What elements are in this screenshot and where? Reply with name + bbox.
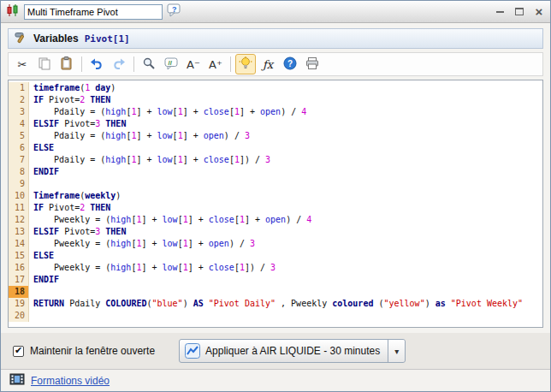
toolbar-separator <box>81 56 82 72</box>
tools-icon <box>14 31 27 47</box>
line-number: 6 <box>9 142 29 154</box>
code-line[interactable]: 3 Pdaily = (high[1] + low[1] + close[1] … <box>9 106 542 118</box>
line-number: 10 <box>9 190 29 202</box>
video-trainings-link[interactable]: Formations vidéo <box>31 375 110 387</box>
undo-arrow-icon <box>90 56 104 73</box>
line-number: 4 <box>9 118 29 130</box>
code-text: ELSE <box>29 250 54 262</box>
code-line[interactable]: 20 <box>9 310 542 322</box>
font-larger-icon: A⁺ <box>209 59 222 70</box>
lightbulb-icon <box>239 56 252 73</box>
code-text: IF Pivot=2 THEN <box>29 94 110 106</box>
minimize-button[interactable] <box>494 6 506 18</box>
code-text: Pdaily = (high[1] + low[1] + close[1] + … <box>29 106 306 118</box>
undo-button[interactable] <box>86 54 107 74</box>
line-number: 12 <box>9 214 29 226</box>
keep-window-open-checkbox[interactable]: ✔ <box>13 346 24 357</box>
line-number: 3 <box>9 106 29 118</box>
comment-bubble-icon: // <box>164 56 178 73</box>
apply-dropdown-button[interactable]: ▾ <box>388 340 405 362</box>
film-icon <box>9 373 25 389</box>
cut-button[interactable]: ✂ <box>12 54 33 74</box>
code-line[interactable]: 19RETURN Pdaily COLOURED("blue") AS "Piv… <box>9 298 542 310</box>
code-line[interactable]: 15ELSE <box>9 250 542 262</box>
chart-icon <box>180 343 205 359</box>
toolbar-separator <box>230 56 231 72</box>
code-line[interactable]: 2IF Pivot=2 THEN <box>9 94 542 106</box>
close-button[interactable]: × <box>533 6 545 18</box>
window-title-input[interactable] <box>24 4 163 20</box>
checkmark-icon: ✔ <box>15 346 22 355</box>
paste-button[interactable] <box>56 54 77 74</box>
line-number: 16 <box>9 262 29 274</box>
print-button[interactable] <box>302 54 323 74</box>
keep-window-open-label: Maintenir la fenêtre ouverte <box>30 345 155 357</box>
decrease-font-button[interactable]: A⁻ <box>183 54 204 74</box>
line-number: 7 <box>9 154 29 166</box>
syntax-hints-button[interactable] <box>235 54 256 74</box>
code-text: Pdaily = (high[1] + low[1] + close[1]) /… <box>29 154 270 166</box>
variables-bar: Variables Pivot[1] <box>8 28 543 49</box>
code-line[interactable]: 14 Pweekly = (high[1] + low[1] + open) /… <box>9 238 542 250</box>
code-text: ENDIF <box>29 166 59 178</box>
maximize-button[interactable] <box>513 6 525 18</box>
code-line[interactable]: 17ENDIF <box>9 274 542 286</box>
variables-label: Variables <box>33 33 79 45</box>
redo-button[interactable] <box>109 54 129 74</box>
font-smaller-icon: A⁻ <box>187 59 200 70</box>
code-text: Pweekly = (high[1] + low[1] + close[1] +… <box>29 214 311 226</box>
code-line[interactable]: 6ELSE <box>9 142 542 154</box>
apply-button-label: Appliquer à AIR LIQUIDE - 30 minutes <box>205 345 388 357</box>
line-number: 13 <box>9 226 29 238</box>
code-line[interactable]: 7 Pdaily = (high[1] + low[1] + close[1])… <box>9 154 542 166</box>
code-text: Timeframe(weekly) <box>29 190 121 202</box>
scissors-icon: ✂ <box>18 59 27 70</box>
code-line[interactable]: 13ELSIF Pivot=3 THEN <box>9 226 542 238</box>
application-window: ? × Variables Pivot[1] ✂ <box>0 0 551 392</box>
line-number: 14 <box>9 238 29 250</box>
line-number: 11 <box>9 202 29 214</box>
code-text: ELSIF Pivot=3 THEN <box>29 226 126 238</box>
code-line[interactable]: 8ENDIF <box>9 166 542 178</box>
svg-text:?: ? <box>172 4 177 13</box>
search-button[interactable] <box>139 54 159 74</box>
apply-button[interactable]: Appliquer à AIR LIQUIDE - 30 minutes ▾ <box>179 339 406 363</box>
line-number: 9 <box>9 178 29 190</box>
code-editor[interactable]: 1timeframe(1 day)2IF Pivot=2 THEN3 Pdail… <box>8 80 543 328</box>
help-button[interactable]: ? <box>280 54 300 74</box>
code-line[interactable]: 5 Pdaily = (high[1] + low[1] + open) / 3 <box>9 130 542 142</box>
code-line[interactable]: 18 <box>9 286 542 298</box>
line-number: 19 <box>9 298 29 310</box>
code-line[interactable]: 10Timeframe(weekly) <box>9 190 542 202</box>
code-text <box>29 310 33 322</box>
code-lines: 1timeframe(1 day)2IF Pivot=2 THEN3 Pdail… <box>9 82 542 322</box>
comment-button[interactable]: // <box>161 54 181 74</box>
code-line[interactable]: 12 Pweekly = (high[1] + low[1] + close[1… <box>9 214 542 226</box>
printer-icon <box>305 56 319 73</box>
line-number: 8 <box>9 166 29 178</box>
line-number: 20 <box>9 310 29 322</box>
code-text: ENDIF <box>29 274 59 286</box>
code-line[interactable]: 9 <box>9 178 542 190</box>
code-line[interactable]: 4ELSIF Pivot=3 THEN <box>9 118 542 130</box>
variables-value: Pivot[1] <box>85 33 130 45</box>
code-line[interactable]: 1timeframe(1 day) <box>9 82 542 94</box>
redo-arrow-icon <box>112 56 126 73</box>
titlebar: ? × <box>1 1 550 23</box>
fx-icon: ƒx <box>263 58 273 71</box>
keep-window-open-row[interactable]: ✔ Maintenir la fenêtre ouverte <box>13 345 155 357</box>
editor-toolbar: ✂ <box>8 52 543 76</box>
code-line[interactable]: 16 Pweekly = (high[1] + low[1] + close[1… <box>9 262 542 274</box>
toolbar-separator <box>133 56 134 72</box>
svg-text://: // <box>169 58 173 66</box>
line-number: 2 <box>9 94 29 106</box>
code-line[interactable]: 11IF Pivot=2 THEN <box>9 202 542 214</box>
copy-button[interactable] <box>34 54 55 74</box>
candlestick-chart-icon <box>6 3 20 21</box>
increase-font-button[interactable]: A⁺ <box>205 54 226 74</box>
line-number: 17 <box>9 274 29 286</box>
line-number: 15 <box>9 250 29 262</box>
help-bubble-icon[interactable]: ? <box>167 3 182 21</box>
functions-button[interactable]: ƒx <box>258 54 278 74</box>
code-text: Pweekly = (high[1] + low[1] + close[1]) … <box>29 262 276 274</box>
